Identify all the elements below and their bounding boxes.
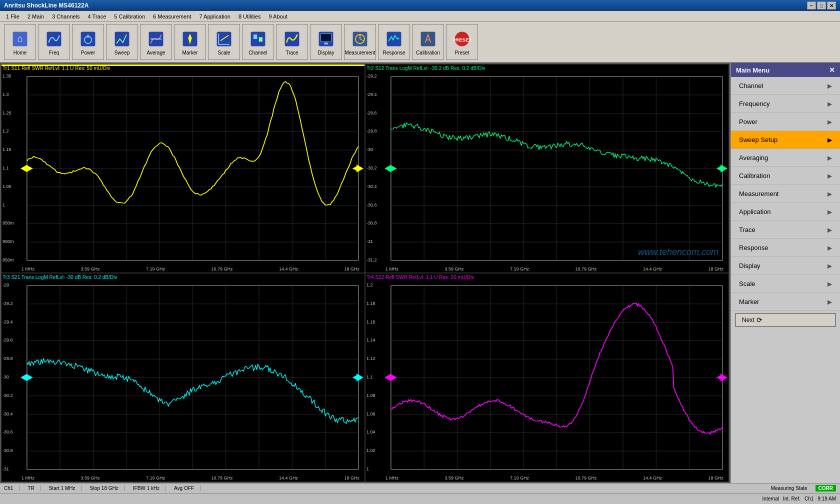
toolbar-label-preset: Preset (455, 50, 470, 56)
menu-entry-display[interactable]: Display▶ (731, 257, 840, 275)
trace-icon (282, 29, 302, 49)
menu-entry-label-trace: Trace (739, 226, 756, 234)
minimize-button[interactable]: − (807, 2, 816, 10)
menu-entry-label-application: Application (739, 208, 771, 216)
menu-entry-sweep-setup[interactable]: Sweep Setup▶ (731, 131, 840, 149)
menu-item-4-trace[interactable]: 4 Trace (84, 12, 110, 20)
toolbar-btn-scale[interactable]: Scale (208, 24, 240, 60)
menu-item-2-main[interactable]: 2 Main (24, 12, 48, 20)
tr4-ref-marker-left (384, 374, 392, 382)
menu-entry-measurement[interactable]: Measurement▶ (731, 185, 840, 203)
menu-item-6-measurement[interactable]: 6 Measurement (149, 12, 195, 20)
toolbar-label-calibration: Calibration (416, 50, 440, 56)
menu-entry-response[interactable]: Response▶ (731, 239, 840, 257)
status-meas-state: Measuring State (771, 486, 808, 491)
toolbar-btn-trace[interactable]: Trace (276, 24, 308, 60)
tr1-ref-marker-left (20, 164, 28, 172)
menu-entry-arrow-application: ▶ (828, 208, 832, 216)
response-icon (384, 29, 404, 49)
menu-entry-marker[interactable]: Marker▶ (731, 293, 840, 311)
menu-entries: Channel▶Frequency▶Power▶Sweep Setup▶Aver… (731, 77, 840, 311)
menu-entry-arrow-marker: ▶ (828, 298, 832, 306)
svg-rect-26 (387, 32, 402, 46)
svg-rect-3 (81, 32, 96, 46)
menu-entry-arrow-channel: ▶ (828, 82, 832, 90)
menu-entry-channel[interactable]: Channel▶ (731, 77, 840, 95)
toolbar-label-measurement: Measurement (344, 50, 375, 56)
menu-entry-arrow-calibration: ▶ (828, 172, 832, 180)
tr2-chart[interactable] (366, 64, 728, 272)
svg-rect-16 (254, 34, 257, 39)
toolbar-btn-average[interactable]: Average (140, 24, 172, 60)
menu-entry-power[interactable]: Power▶ (731, 113, 840, 131)
toolbar-btn-response[interactable]: Response (378, 24, 410, 60)
toolbar-btn-preset[interactable]: PRESETPreset (446, 24, 478, 60)
toolbar-btn-home[interactable]: ⌂Home (4, 24, 36, 60)
menu-entry-arrow-response: ▶ (828, 244, 832, 252)
right-panel-close[interactable]: ✕ (829, 66, 835, 74)
toolbar-label-power: Power (81, 50, 95, 56)
measurement-icon (350, 29, 370, 49)
menu-entry-label-channel: Channel (739, 82, 763, 90)
svg-marker-126 (391, 374, 397, 380)
menu-entry-trace[interactable]: Trace▶ (731, 221, 840, 239)
menu-entry-label-averaging: Averaging (739, 154, 768, 162)
toolbar-btn-measurement[interactable]: Measurement (344, 24, 376, 60)
main-content: Tr1 S11 Refl SWR RefLvl: 1.1 U Res: 50 m… (0, 63, 840, 483)
app-title: Anritsu ShockLine MS46122A (4, 2, 88, 9)
status-stop: Stop 18 GHz (90, 486, 125, 491)
toolbar-btn-power[interactable]: Power (72, 24, 104, 60)
svg-marker-101 (27, 374, 33, 380)
toolbar-btn-marker[interactable]: Marker (174, 24, 206, 60)
menu-entry-application[interactable]: Application▶ (731, 203, 840, 221)
svg-rect-17 (259, 37, 262, 42)
menu-entry-label-scale: Scale (739, 280, 756, 288)
menu-entry-frequency[interactable]: Frequency▶ (731, 95, 840, 113)
menu-entry-calibration[interactable]: Calibration▶ (731, 167, 840, 185)
menu-entry-arrow-scale: ▶ (828, 280, 832, 288)
tr4-chart[interactable] (366, 274, 728, 482)
menu-bar: 1 File2 Main3 Channels4 Trace5 Calibrati… (0, 11, 840, 22)
bottom-int-ref: Int. Ref. (783, 496, 800, 502)
corr-badge: CORR (816, 485, 836, 492)
menu-entry-label-marker: Marker (739, 298, 759, 306)
next-button[interactable]: Next ⟳ (735, 313, 836, 327)
toolbar-btn-freq[interactable]: Freq (38, 24, 70, 60)
menu-item-1-file[interactable]: 1 File (2, 12, 24, 20)
tr2-panel: Tr2 S12 Trans LogM RefLvl: -30.2 dB Res:… (365, 64, 729, 273)
menu-entry-averaging[interactable]: Averaging▶ (731, 149, 840, 167)
toolbar-label-trace: Trace (286, 50, 298, 56)
svg-rect-21 (324, 42, 328, 44)
tr3-chart[interactable] (2, 274, 364, 482)
power-icon (78, 29, 98, 49)
window-controls: − □ ✕ (807, 2, 836, 10)
toolbar-btn-calibration[interactable]: Calibration (412, 24, 444, 60)
menu-entry-label-frequency: Frequency (739, 100, 770, 108)
toolbar-label-response: Response (382, 50, 405, 56)
average-icon (146, 29, 166, 49)
maximize-button[interactable]: □ (817, 2, 826, 10)
marker-icon (180, 29, 200, 49)
calibration-icon (418, 29, 438, 49)
svg-rect-6 (115, 32, 130, 46)
menu-item-5-calibration[interactable]: 5 Calibration (110, 12, 149, 20)
menu-entry-scale[interactable]: Scale▶ (731, 275, 840, 293)
menu-entry-label-measurement: Measurement (739, 190, 778, 198)
menu-entry-label-response: Response (739, 244, 768, 252)
freq-icon (44, 29, 64, 49)
toolbar-btn-channel[interactable]: Channel (242, 24, 274, 60)
menu-item-7-application[interactable]: 7 Application (195, 12, 234, 20)
toolbar-label-sweep: Sweep (114, 50, 130, 56)
toolbar-label-marker: Marker (182, 50, 198, 56)
display-icon (316, 29, 336, 49)
channel-icon (248, 29, 268, 49)
toolbar-btn-display[interactable]: Display (310, 24, 342, 60)
menu-item-8-utilities[interactable]: 8 Utilities (234, 12, 265, 20)
scale-icon (214, 29, 234, 49)
toolbar-btn-sweep[interactable]: Sweep (106, 24, 138, 60)
menu-item-9-about[interactable]: 9 About (265, 12, 292, 20)
toolbar-label-average: Average (146, 50, 165, 56)
close-button[interactable]: ✕ (827, 2, 836, 10)
tr1-chart[interactable] (2, 64, 364, 272)
menu-item-3-channels[interactable]: 3 Channels (48, 12, 84, 20)
